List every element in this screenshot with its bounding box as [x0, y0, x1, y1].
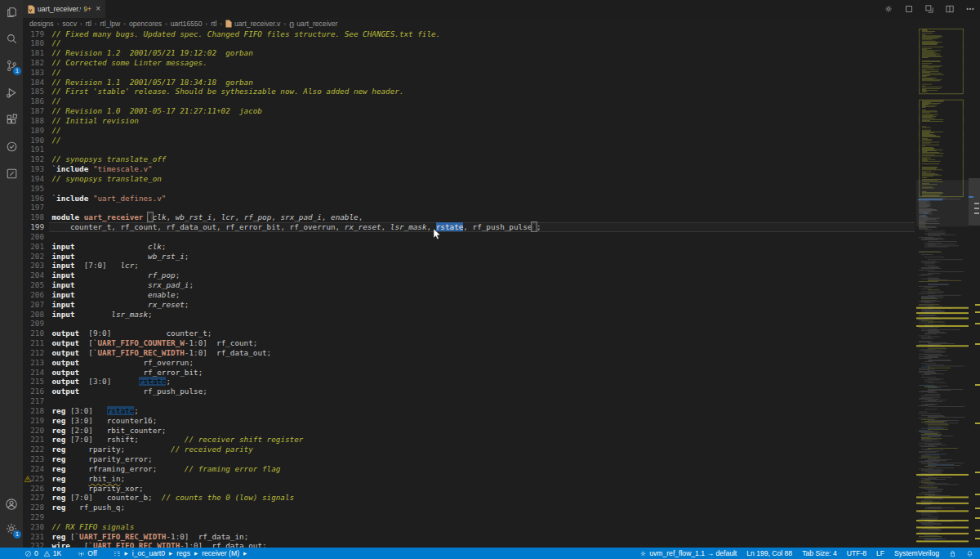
chevron-right-icon: › [203, 20, 212, 28]
split-editor-icon[interactable] [945, 4, 955, 14]
square-icon[interactable] [904, 4, 914, 14]
explorer-icon[interactable] [0, 0, 23, 23]
ruler-mark [975, 423, 980, 424]
open-changes-icon[interactable] [924, 4, 934, 14]
env-status[interactable]: uvm_ref_flow_1.1 → default [639, 549, 737, 557]
scrollbar-thumb[interactable] [969, 178, 980, 226]
run-debug-icon[interactable] [0, 81, 23, 104]
breadcrumb-item[interactable]: designs [29, 20, 54, 28]
configure-gear-icon[interactable] [884, 4, 893, 14]
ruler-mark [975, 508, 980, 509]
ruler-mark [969, 196, 973, 198]
ruler-mark [975, 343, 980, 345]
ruler-mark [974, 208, 979, 209]
editor-actions [884, 0, 975, 18]
scm-badge: 1 [13, 67, 21, 75]
minimap[interactable] [916, 18, 969, 548]
chevron-icon: ▶ [169, 551, 172, 556]
close-icon[interactable]: × [96, 5, 100, 13]
testing-icon[interactable] [0, 135, 23, 158]
symbol-module-icon: {} [289, 20, 294, 28]
tab-dirty-badge: 9+ [83, 5, 91, 13]
chevron-right-icon: › [216, 20, 225, 28]
more-actions-icon[interactable] [965, 4, 975, 14]
tab-uart-receiver[interactable]: uart_receiver.v 9+ × [23, 0, 105, 18]
breadcrumb-item[interactable]: rtl_lpw [100, 20, 120, 28]
cursor-position-status[interactable]: Ln 199, Col 88 [746, 549, 792, 557]
chevron-right-icon: › [77, 20, 86, 28]
chevron-right-icon: › [280, 20, 289, 28]
chevron-right-icon: › [54, 20, 63, 28]
activity-bar: 1 1 [0, 0, 23, 548]
status-bar: 0 1K Off ▶i_oc_uart0▶regs▶receiver (M)▶ … [0, 548, 980, 559]
scrollbar[interactable] [969, 18, 980, 548]
hierarchy-status[interactable]: ▶i_oc_uart0▶regs▶receiver (M)▶ [114, 549, 249, 557]
remote-status[interactable]: Off [78, 549, 96, 557]
ruler-mark [975, 494, 980, 495]
language-mode-status[interactable]: SystemVerilog [894, 549, 939, 557]
verilog-file-icon [225, 20, 232, 28]
account-icon[interactable] [0, 493, 23, 516]
ruler-mark [975, 323, 980, 324]
ruler-mark [975, 311, 980, 313]
ruler-mark [975, 517, 980, 519]
list-tree-icon [114, 550, 121, 557]
mouse-cursor [433, 229, 443, 244]
chevron-right-icon: › [162, 20, 171, 28]
settings-gear-icon[interactable]: 1 [0, 517, 23, 540]
tab-size-status[interactable]: Tab Size: 4 [802, 549, 837, 557]
ruler-mark [974, 212, 979, 214]
encoding-status[interactable]: UTF-8 [847, 549, 866, 557]
problems-status[interactable]: 0 1K [24, 549, 61, 557]
chevron-right-icon: › [91, 20, 100, 28]
gear-icon [639, 550, 647, 557]
code-editor[interactable]: 179// Fixed many bugs. Updated spec. Cha… [23, 29, 916, 548]
warnings-icon [43, 550, 51, 557]
eol-status[interactable]: LF [876, 549, 884, 557]
breadcrumb-item[interactable]: socv [62, 20, 77, 28]
source-control-icon[interactable]: 1 [0, 54, 23, 77]
ruler-mark [975, 384, 980, 386]
lock-icon[interactable] [949, 550, 956, 557]
errors-icon [24, 550, 32, 557]
search-icon[interactable] [0, 27, 23, 50]
ruler-mark [975, 304, 980, 306]
breadcrumb-file[interactable]: uart_receiver.v [234, 20, 280, 28]
bell-icon[interactable] [966, 550, 973, 557]
extensions-icon[interactable] [0, 108, 23, 131]
breadcrumb-item[interactable]: uart16550 [171, 20, 203, 28]
ruler-mark [974, 203, 979, 204]
antenna-icon [78, 550, 85, 557]
notebook-icon[interactable] [0, 162, 23, 185]
chevron-icon: ▶ [243, 551, 247, 556]
tab-bar: uart_receiver.v 9+ × [23, 0, 980, 18]
breadcrumb-item[interactable]: rtl [86, 20, 91, 28]
settings-badge: 1 [13, 530, 21, 539]
chevron-icon: ▶ [125, 551, 128, 556]
breadcrumb-symbol[interactable]: uart_receiver [296, 20, 337, 28]
ruler-mark [975, 530, 980, 531]
chevron-icon: ▶ [194, 551, 198, 556]
verilog-file-icon [28, 5, 35, 14]
breadcrumb-item[interactable]: rtl [211, 20, 216, 28]
tab-title: uart_receiver.v [38, 5, 81, 13]
ruler-mark [975, 472, 980, 473]
ruler-mark [975, 538, 980, 539]
breadcrumb: designs›socv›rtl›rtl_lpw›opencores›uart1… [29, 18, 337, 29]
chevron-right-icon: › [120, 20, 129, 28]
breadcrumb-item[interactable]: opencores [129, 20, 162, 28]
